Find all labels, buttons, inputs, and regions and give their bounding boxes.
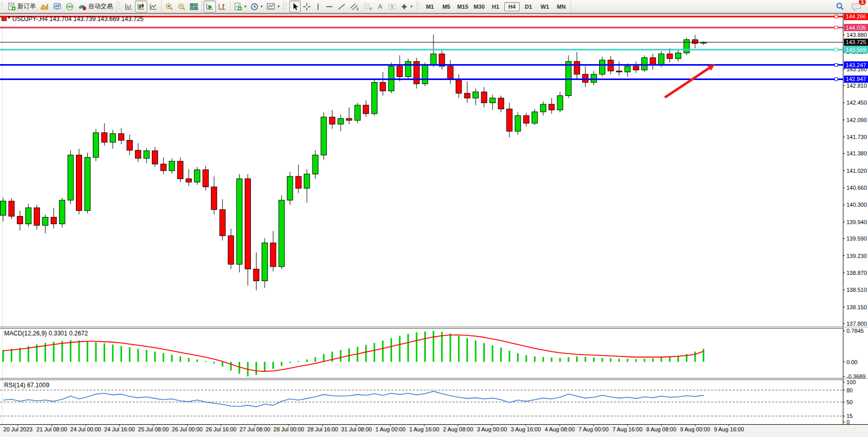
toolbar-grip[interactable] (285, 2, 287, 11)
scroll-group (202, 0, 230, 13)
toolbar-grip[interactable] (118, 2, 120, 11)
rsi-axis-label: 100 (846, 379, 856, 385)
text-tool-button[interactable]: A (374, 1, 386, 12)
candle-up (93, 133, 98, 157)
new-order-label: 新订单 (17, 2, 36, 11)
rsi-axis-label: 0 (846, 419, 850, 425)
price-axis-label: 140.660 (846, 185, 867, 191)
time-axis-label: 21 Jul 08:00 (36, 426, 67, 432)
time-axis-label: 8 Aug 08:00 (646, 426, 677, 432)
bar-chart-button[interactable] (123, 1, 135, 12)
price-level-box-label: 144.035 (846, 25, 866, 31)
candle-down (245, 179, 251, 269)
level-line-handle (835, 48, 838, 51)
candle-up (405, 62, 411, 77)
zoom-in-button[interactable] (163, 1, 175, 12)
time-axis-label: 24 Jul 00:00 (70, 426, 101, 432)
signals-button[interactable] (64, 1, 76, 12)
cursor-button[interactable] (289, 1, 301, 12)
candlestick-chart-icon (137, 3, 145, 11)
periods-button[interactable]: ▾ (248, 1, 265, 12)
indicators-button[interactable]: ▾ (232, 1, 248, 12)
price-level-box-label: 143.725 (846, 39, 866, 45)
rsi-axis-label: 15 (846, 413, 853, 419)
vertical-line-button[interactable] (313, 1, 323, 12)
auto-trading-label: 自动交易 (88, 2, 113, 11)
chart-shift-button[interactable] (216, 1, 228, 12)
market-watch-button[interactable] (51, 1, 64, 12)
candle-down (616, 71, 622, 72)
candle-down (17, 216, 23, 224)
toolbar-grip[interactable] (1, 2, 3, 11)
label-tool-button[interactable]: T (386, 1, 398, 12)
chart-type-group (121, 0, 162, 13)
price-axis-label: 139.230 (846, 253, 867, 259)
market-watch-icon (53, 3, 62, 11)
chart-window-icon[interactable] (2, 16, 7, 21)
timeframe-d1-button[interactable]: D1 (521, 2, 536, 11)
price-level-box-label: 143.569 (846, 47, 866, 53)
macd-layer (3, 331, 703, 376)
horizontal-line-button[interactable] (323, 1, 336, 12)
zoom-in-icon (165, 3, 173, 11)
candle-up (354, 105, 360, 121)
templates-icon (267, 3, 275, 11)
timeframe-m1-button[interactable]: M1 (422, 2, 438, 11)
price-level-box-label: 142.947 (846, 76, 866, 82)
community-chat-button[interactable]: 1 (850, 1, 864, 12)
search-button[interactable] (833, 1, 846, 12)
price-axis-label: 142.450 (846, 100, 867, 106)
candle-up (144, 151, 149, 158)
toolbar-grip[interactable] (418, 2, 420, 11)
trendline-button[interactable] (336, 1, 348, 12)
time-axis-label: 7 Aug 16:00 (613, 426, 643, 432)
candle-up (473, 92, 479, 98)
auto-scroll-button[interactable] (204, 1, 216, 12)
time-axis-label: 3 Aug 16:00 (511, 426, 541, 432)
price-chart-canvas[interactable]: 20 Jul 202321 Jul 08:0024 Jul 00:0024 Ju… (0, 13, 868, 437)
candle-down (574, 62, 580, 74)
candle-up (26, 208, 31, 224)
rsi-indicator-label: RSI(14) 67.1009 (4, 382, 49, 389)
indicators-caret-icon: ▾ (244, 4, 246, 9)
timeframe-m30-button[interactable]: M30 (471, 2, 487, 11)
arrows-tool-button[interactable]: ▾ (398, 1, 415, 12)
templates-caret-icon: ▾ (278, 4, 280, 9)
templates-button[interactable]: ▾ (265, 1, 282, 12)
new-order-button[interactable]: 新订单 (6, 1, 38, 12)
candle-down (270, 243, 276, 267)
timeframe-mn-button[interactable]: MN (554, 2, 569, 11)
new-order-icon (8, 3, 16, 11)
candle-down (633, 66, 639, 70)
vertical-line-icon (315, 3, 321, 11)
tile-windows-button[interactable] (188, 1, 200, 12)
candle-down (295, 176, 301, 188)
level-lines-layer (0, 15, 843, 81)
price-axis-label: 141.380 (846, 150, 867, 156)
candle-up (422, 65, 428, 84)
chart-menu-caret-icon[interactable]: ▼ (7, 15, 11, 20)
timeframe-m5-button[interactable]: M5 (439, 2, 454, 11)
timeframe-m15-button[interactable]: M15 (455, 2, 470, 11)
candle-up (312, 155, 318, 174)
timeframe-h4-button[interactable]: H4 (504, 2, 520, 11)
candle-down (549, 104, 555, 110)
timeframe-h1-button[interactable]: H1 (488, 2, 503, 11)
equidistant-channel-button[interactable]: E (348, 1, 361, 12)
cursor-icon (291, 3, 299, 11)
timeframe-w1-button[interactable]: W1 (537, 2, 553, 11)
candle-up (194, 170, 200, 182)
fibonacci-button[interactable]: F (361, 1, 374, 12)
history-center-button[interactable] (38, 1, 51, 12)
line-chart-button[interactable] (147, 1, 160, 12)
auto-trading-button[interactable]: 自动交易 (76, 1, 115, 12)
zoom-out-button[interactable] (175, 1, 188, 12)
crosshair-button[interactable] (301, 1, 313, 12)
chart-window[interactable]: 20 Jul 202321 Jul 08:0024 Jul 00:0024 Ju… (0, 13, 868, 437)
price-axis-label: 141.730 (846, 134, 867, 140)
equidistant-channel-icon: E (350, 3, 359, 11)
timeframe-group: M1 M5 M15 M30 H1 H4 D1 W1 MN (421, 0, 571, 13)
candle-down (51, 217, 56, 224)
candlestick-chart-button[interactable] (135, 1, 147, 12)
notification-badge[interactable]: 1 (858, 0, 866, 6)
